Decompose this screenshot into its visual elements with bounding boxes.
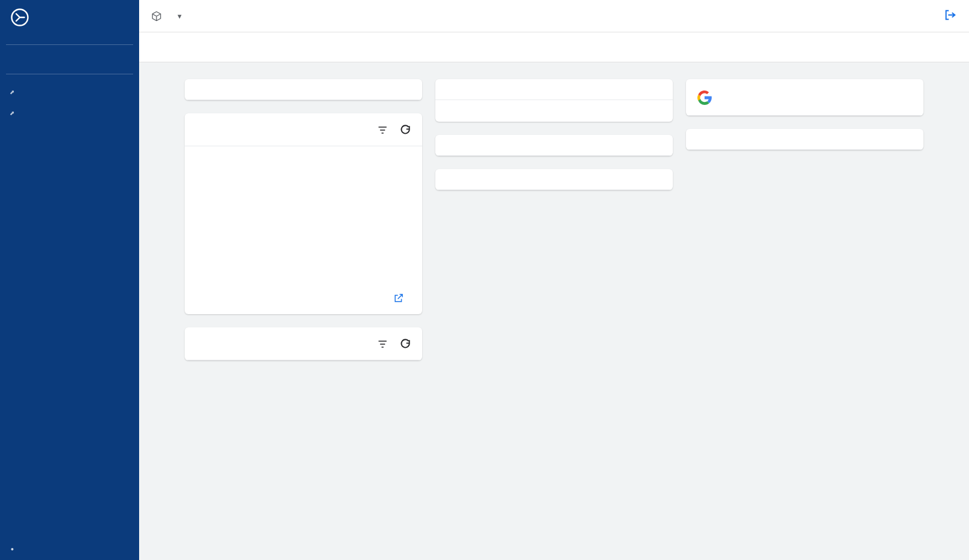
manage-contributors-link[interactable]	[0, 52, 139, 67]
empty-message	[435, 100, 673, 122]
github-link[interactable]: ⬈	[0, 82, 139, 103]
documentation-card	[686, 129, 923, 150]
recent-runs-card	[435, 169, 673, 190]
tabs	[139, 32, 969, 62]
divider	[6, 44, 133, 45]
footer-links: •	[0, 538, 139, 560]
main: ▼	[139, 0, 969, 560]
card-title	[435, 135, 673, 156]
sidebar: ⬈ ⬈ •	[0, 0, 139, 560]
kubeflow-logo-icon	[11, 8, 29, 26]
chevron-down-icon: ▼	[176, 13, 183, 20]
refresh-icon[interactable]	[399, 124, 411, 136]
quick-shortcuts-card	[185, 79, 422, 100]
documentation-link[interactable]: ⬈	[0, 103, 139, 124]
card-title	[686, 129, 923, 150]
logo-row	[0, 0, 139, 37]
filter-icon[interactable]	[377, 124, 389, 136]
external-icon: ⬈	[10, 89, 14, 95]
divider	[6, 74, 133, 74]
card-title	[435, 169, 673, 190]
cpu-chart	[192, 152, 415, 290]
external-icon: ⬈	[10, 110, 14, 116]
logout-button[interactable]	[944, 8, 957, 24]
card-title	[435, 79, 673, 100]
view-stackdriver-link[interactable]	[192, 293, 415, 303]
card-title	[185, 79, 422, 100]
refresh-icon[interactable]	[399, 338, 411, 350]
topbar: ▼	[139, 0, 969, 32]
filter-icon[interactable]	[377, 338, 389, 350]
content	[139, 62, 969, 560]
profile-selector[interactable]: ▼	[151, 11, 183, 22]
cluster-cpu-card	[185, 113, 422, 314]
logout-icon	[944, 8, 957, 22]
recent-pipelines-card	[435, 135, 673, 156]
recent-notebooks-card	[435, 79, 673, 122]
pod-cpu-card	[185, 327, 422, 360]
gcp-logo-icon	[697, 90, 712, 106]
gcp-card	[686, 79, 923, 116]
external-icon	[393, 293, 404, 303]
cube-icon	[151, 11, 162, 22]
